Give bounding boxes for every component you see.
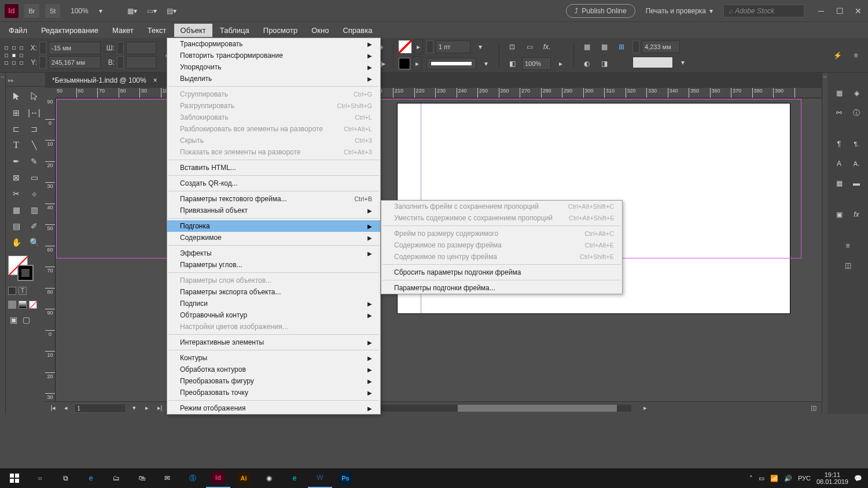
type-tool[interactable]: T	[8, 138, 24, 153]
y-position-field[interactable]	[49, 56, 101, 69]
language-indicator[interactable]: РУС	[798, 475, 811, 482]
layers-panel-icon[interactable]: ◈	[850, 87, 863, 99]
battery-icon[interactable]: ▭	[759, 475, 764, 482]
hand-tool[interactable]: ✋	[8, 235, 24, 250]
stepper[interactable]	[117, 56, 124, 69]
view-options-icon[interactable]: ▦▾	[126, 4, 139, 18]
chevron-down-icon[interactable]: ▸	[414, 39, 423, 54]
photoshop-taskbar-icon[interactable]: Ps	[333, 468, 358, 488]
object-styles-panel-icon[interactable]: ▣	[833, 208, 845, 221]
line-tool[interactable]: ╲	[26, 138, 42, 153]
quick-apply-icon[interactable]: ⚡	[830, 48, 845, 63]
search-input[interactable]: ⌕ Adobe Stock	[723, 5, 804, 17]
corner-opts-icon[interactable]: ◐	[579, 56, 594, 71]
menu-item[interactable]: Сбросить параметры подгонки фрейма	[381, 267, 622, 278]
color-swatch[interactable]	[632, 57, 673, 68]
apply-none-icon[interactable]	[29, 301, 37, 309]
rectangle-frame-tool[interactable]: ⊠	[8, 170, 24, 185]
minimize-button[interactable]: ─	[816, 6, 826, 16]
stock-button[interactable]: St	[45, 4, 60, 18]
rectangle-tool[interactable]: ▭	[26, 170, 42, 185]
workspace-switcher[interactable]: Печать и проверка ▾	[641, 5, 718, 17]
clock[interactable]: 19:11 08.01.2019	[816, 471, 848, 485]
chevron-down-icon[interactable]: ▾	[675, 55, 690, 70]
opacity-icon[interactable]: ◧	[505, 56, 520, 71]
menu-item[interactable]: Подписи▶	[167, 298, 380, 309]
edge-icon[interactable]: e	[79, 468, 103, 488]
menu-item[interactable]: Контуры▶	[167, 352, 380, 364]
menu-item[interactable]: Интерактивные элементы▶	[167, 337, 380, 348]
pathfinder-panel-icon[interactable]: ◫	[841, 259, 854, 272]
stepper[interactable]	[426, 40, 433, 53]
formatting-text-icon[interactable]: T	[19, 287, 27, 295]
links-panel-icon[interactable]: ⚯	[833, 106, 845, 119]
split-view-icon[interactable]: ◫	[809, 404, 818, 412]
chevron-down-icon[interactable]: ▾	[479, 56, 494, 71]
document-tab[interactable]: *Безымянный-1.indd @ 100%×	[45, 73, 822, 88]
preview-view-icon[interactable]: ▢	[21, 315, 31, 325]
apply-gradient-icon[interactable]	[19, 301, 27, 309]
chrome-icon[interactable]: ◉	[257, 468, 281, 488]
publish-online-button[interactable]: ⤴ Publish Online	[566, 4, 635, 18]
menu-item[interactable]: Содержимое▶	[167, 232, 380, 243]
align-panel-icon[interactable]: ≡	[841, 239, 854, 252]
zoom-selector[interactable]: 100%	[66, 6, 93, 16]
cortana-search-icon[interactable]: ○	[28, 468, 52, 488]
stroke-weight-field[interactable]	[436, 40, 470, 53]
text-wrap-none-icon[interactable]: ▦	[579, 39, 594, 54]
fill-swatch[interactable]	[399, 40, 411, 53]
wifi-icon[interactable]: 📶	[770, 475, 778, 482]
mail-icon[interactable]: ✉	[155, 468, 179, 488]
menu-item[interactable]: Выделить▶	[167, 73, 380, 84]
left-dock-strip[interactable]: ‹‹	[0, 73, 6, 414]
start-button[interactable]	[2, 468, 27, 488]
menu-item[interactable]: Параметры углов...	[167, 259, 380, 271]
apply-color-icon[interactable]	[8, 301, 16, 309]
panel-menu-icon[interactable]: ≡	[848, 48, 863, 63]
arrange-docs-icon[interactable]: ▤▾	[165, 4, 179, 18]
chevron-down-icon[interactable]: ▸	[553, 56, 568, 71]
menu-редактирование[interactable]: Редактирование	[35, 24, 105, 37]
indesign-taskbar-icon[interactable]: Id	[206, 468, 230, 488]
text-wrap-bbox-icon[interactable]: ▦	[597, 39, 612, 54]
drop-shadow-icon[interactable]: ◨	[597, 56, 612, 71]
first-page-button[interactable]: |◂	[49, 404, 58, 412]
chevron-down-icon[interactable]: ▸	[413, 56, 422, 71]
menu-item[interactable]: Параметры текстового фрейма...Ctrl+B	[167, 193, 380, 205]
gradient-swatch-tool[interactable]: ▦	[8, 202, 24, 217]
page-dropdown-icon[interactable]: ▾	[130, 404, 139, 412]
menu-текст[interactable]: Текст	[141, 24, 173, 37]
skype-icon[interactable]: Ⓢ	[181, 468, 205, 488]
formatting-container-icon[interactable]	[8, 287, 16, 295]
pencil-tool[interactable]: ✎	[26, 154, 42, 169]
stepper[interactable]	[117, 42, 124, 54]
chevron-down-icon[interactable]: ▾	[473, 39, 488, 54]
frame-fit-icon[interactable]: ▭	[522, 39, 537, 54]
stroke-style-selector[interactable]	[426, 58, 476, 69]
gap-tool[interactable]: |↔|	[26, 105, 42, 120]
normal-view-icon[interactable]: ▣	[8, 315, 19, 325]
menu-item[interactable]: Эффекты▶	[167, 247, 380, 259]
pages-panel-icon[interactable]: ▦	[833, 87, 845, 99]
menu-файл[interactable]: Файл	[2, 24, 34, 37]
scroll-right-button[interactable]: ▸	[641, 404, 650, 412]
scissors-tool[interactable]: ✂	[8, 186, 24, 201]
right-dock-strip[interactable]: ‹‹	[822, 73, 827, 414]
note-tool[interactable]: ▤	[8, 219, 24, 234]
selection-tool[interactable]	[8, 89, 24, 104]
explorer-icon[interactable]: 🗂	[104, 468, 128, 488]
fill-stroke-proxy[interactable]	[8, 256, 34, 281]
opacity-field[interactable]	[522, 57, 551, 70]
chevron-down-icon[interactable]: ▾	[99, 7, 102, 15]
fx-icon[interactable]: fx.	[539, 39, 554, 54]
auto-fit-icon[interactable]: ⊡	[505, 39, 520, 54]
gradient-feather-tool[interactable]: ▥	[26, 202, 42, 217]
menu-item[interactable]: Привязанный объект▶	[167, 205, 380, 216]
menu-item[interactable]: Параметры экспорта объекта...	[167, 286, 380, 298]
last-page-button[interactable]: ▸|	[155, 404, 164, 412]
horizontal-scrollbar[interactable]	[342, 405, 631, 412]
menu-item[interactable]: Преобразовать точку▶	[167, 387, 380, 398]
menu-макет[interactable]: Макет	[106, 24, 140, 37]
direct-selection-tool[interactable]	[26, 89, 42, 104]
volume-icon[interactable]: 🔊	[784, 475, 792, 482]
